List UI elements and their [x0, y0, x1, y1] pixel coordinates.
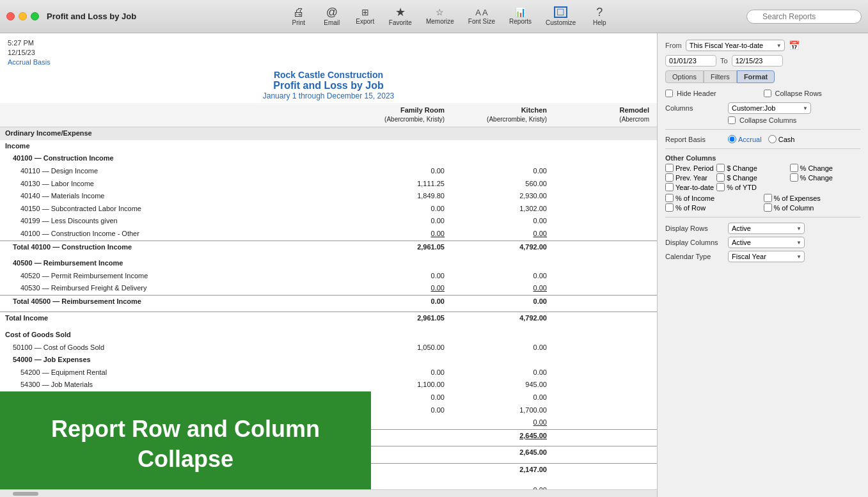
calendar-icon[interactable]: 📅	[789, 40, 800, 51]
hide-header-row: Hide Header	[665, 90, 762, 97]
scroll-thumb[interactable]	[13, 492, 38, 496]
row-value	[452, 354, 555, 367]
help-button[interactable]: ? Help	[583, 4, 615, 29]
calendar-type-select[interactable]: Fiscal Year	[728, 251, 805, 262]
row-label: Total 40500 — Reimbursement Income	[0, 296, 350, 308]
favorite-icon: ★	[395, 6, 406, 18]
dollar-change-label-1: $ Change	[727, 164, 757, 172]
row-label: Cost of Goods Sold	[0, 329, 350, 342]
row-value: 0.00	[350, 270, 452, 283]
pct-change-checkbox-2[interactable]	[790, 173, 798, 182]
collapse-rows-row: Collapse Rows	[764, 90, 861, 97]
row-value	[555, 296, 657, 308]
from-date-input[interactable]	[665, 55, 716, 67]
hide-header-checkbox[interactable]	[665, 90, 673, 97]
tab-format[interactable]: Format	[737, 70, 775, 83]
table-row: 54300 — Job Materials1,100.00945.00	[0, 379, 657, 391]
pct-income-label: % of Income	[675, 194, 714, 202]
prev-year-label: Prev. Year	[675, 174, 707, 182]
prev-year-cell: Prev. Year	[665, 173, 714, 182]
header-collapse-section: Hide Header Collapse Rows	[665, 88, 860, 99]
row-value	[452, 152, 555, 165]
dollar-change-checkbox-1[interactable]	[716, 164, 725, 172]
tab-options[interactable]: Options	[665, 70, 704, 83]
reports-label: Reports	[509, 18, 532, 25]
maximize-button[interactable]	[31, 12, 39, 20]
date-preset-select[interactable]: This Fiscal Year-to-date	[686, 40, 785, 51]
right-panel: From This Fiscal Year-to-date 📅 To Optio…	[657, 33, 868, 497]
pct-column-checkbox[interactable]	[764, 203, 772, 212]
close-button[interactable]	[6, 12, 15, 20]
reports-button[interactable]: 📊 Reports	[503, 5, 538, 28]
banner-text: Report Row and Column Collapse	[19, 414, 352, 475]
display-columns-select[interactable]: Active	[728, 237, 805, 248]
collapse-columns-checkbox[interactable]	[728, 116, 736, 124]
collapse-rows-checkbox[interactable]	[764, 90, 771, 97]
row-value: 0.00	[452, 416, 555, 429]
row-label: 40530 — Reimbursed Freight & Delivery	[0, 282, 350, 295]
row-label: Total Income	[0, 312, 350, 325]
cash-radio[interactable]	[768, 135, 777, 143]
row-value	[555, 241, 657, 254]
hide-header-label: Hide Header	[677, 90, 716, 97]
row-label: Ordinary Income/Expense	[0, 127, 350, 140]
report-time: 5:27 PM 12/15/23	[8, 38, 649, 58]
search-wrap: 🔍	[746, 10, 862, 24]
collapse-columns-row: Collapse Columns	[665, 116, 860, 124]
pct-change-cell1: % Change	[790, 164, 860, 172]
pct-row-cell: % of Row	[665, 203, 762, 212]
row-label: 54300 — Job Materials	[0, 379, 350, 391]
table-row: 40500 — Reimbursement Income	[0, 257, 657, 270]
row-value: 0.00	[452, 228, 555, 241]
to-date-input[interactable]	[732, 55, 783, 67]
row-label: 40100 — Construction Income	[0, 152, 350, 165]
memorize-label: Memorize	[426, 18, 454, 25]
display-rows-row: Display Rows Active	[665, 223, 860, 234]
print-button[interactable]: 🖨 Print	[283, 4, 315, 29]
pct-expenses-checkbox[interactable]	[764, 194, 772, 202]
row-value: 0.00	[350, 367, 452, 379]
prev-period-checkbox[interactable]	[665, 164, 674, 172]
dollar-change-checkbox-2[interactable]	[716, 173, 725, 182]
pct-change-checkbox-1[interactable]	[790, 164, 798, 172]
customize-button[interactable]: ☐ Customize	[539, 4, 582, 29]
memorize-icon: ☆	[436, 8, 444, 17]
scrollbar[interactable]	[0, 489, 657, 497]
date-range-row: To	[665, 55, 860, 67]
row-label: 40140 — Materials Income	[0, 190, 350, 203]
pct-income-checkbox[interactable]	[665, 194, 674, 202]
row-value	[555, 140, 657, 153]
row-value	[555, 329, 657, 342]
font-size-button[interactable]: A A Font Size	[462, 6, 501, 28]
export-button[interactable]: ⊞ Export	[349, 5, 381, 28]
accrual-radio[interactable]	[728, 135, 736, 143]
help-icon: ?	[596, 6, 603, 18]
email-button[interactable]: @ Email	[316, 4, 348, 29]
row-value: 4,792.00	[452, 312, 555, 325]
row-value	[452, 257, 555, 270]
display-columns-row: Display Columns Active	[665, 237, 860, 248]
search-input[interactable]	[746, 10, 862, 24]
ytd-checkbox[interactable]	[665, 183, 674, 191]
row-value	[555, 152, 657, 165]
memorize-button[interactable]: ☆ Memorize	[420, 5, 461, 28]
report-basis-row: Report Basis Accrual Cash	[665, 135, 860, 143]
report-period: January 1 through December 15, 2023	[0, 91, 657, 100]
tabs-row: Options Filters Format	[665, 70, 860, 83]
row-value	[452, 329, 555, 342]
calendar-type-label: Calendar Type	[665, 253, 723, 260]
tab-filters[interactable]: Filters	[704, 70, 737, 83]
columns-select[interactable]: Customer:Job	[728, 102, 811, 114]
pct-ytd-checkbox[interactable]	[716, 183, 725, 191]
favorite-button[interactable]: ★ Favorite	[383, 4, 418, 29]
minimize-button[interactable]	[19, 12, 27, 20]
report-basis-label: Report Basis	[665, 136, 723, 143]
table-row: 40110 — Design Income0.000.00	[0, 165, 657, 178]
row-value: 0.00	[350, 165, 452, 178]
prev-year-checkbox[interactable]	[665, 173, 674, 182]
row-value	[350, 127, 452, 140]
pct-row-checkbox[interactable]	[665, 203, 674, 212]
row-label: Income	[0, 140, 350, 153]
display-rows-select[interactable]: Active	[728, 223, 805, 234]
display-columns-select-wrap: Active	[728, 237, 805, 248]
